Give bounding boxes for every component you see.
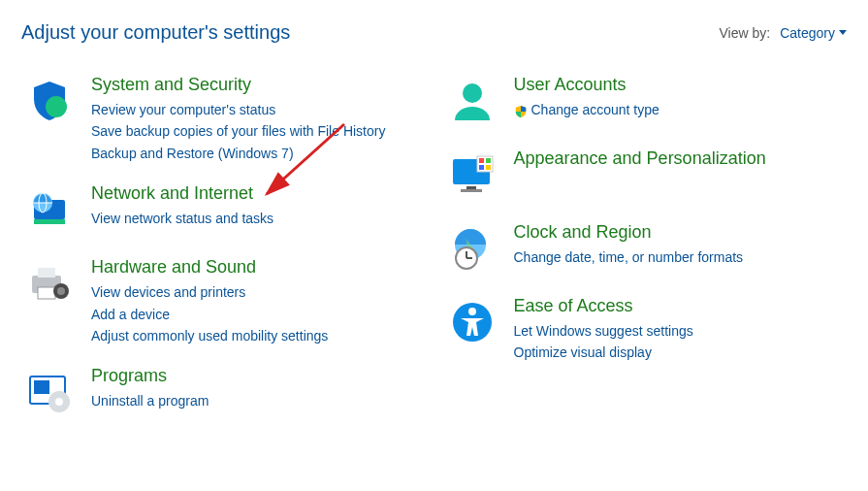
svg-rect-8 <box>38 287 55 299</box>
category-hardware-sound: Hardware and Sound View devices and prin… <box>21 255 425 346</box>
svg-rect-23 <box>486 165 491 170</box>
category-title-appearance[interactable]: Appearance and Personalization <box>514 148 766 169</box>
category-title-hardware[interactable]: Hardware and Sound <box>91 257 328 278</box>
link-change-account-type[interactable]: Change account type <box>514 99 659 120</box>
svg-point-15 <box>463 83 482 103</box>
category-title-system[interactable]: System and Security <box>91 75 385 95</box>
category-system-security: System and Security Review your computer… <box>21 73 425 164</box>
link-backup-restore[interactable]: Backup and Restore (Windows 7) <box>91 143 385 164</box>
link-file-history[interactable]: Save backup copies of your files with Fi… <box>91 120 385 142</box>
link-optimize-display[interactable]: Optimize visual display <box>514 342 693 363</box>
chevron-down-icon <box>839 30 847 35</box>
svg-rect-21 <box>486 158 491 163</box>
monitor-appearance-icon <box>444 147 500 203</box>
svg-point-29 <box>468 308 476 315</box>
category-title-ease[interactable]: Ease of Access <box>514 296 693 316</box>
accessibility-icon <box>444 294 500 350</box>
link-network-status[interactable]: View network status and tasks <box>91 208 273 229</box>
svg-rect-17 <box>466 186 476 189</box>
page-title: Adjust your computer's settings <box>21 21 290 44</box>
svg-rect-7 <box>38 268 55 278</box>
category-title-programs[interactable]: Programs <box>91 366 209 386</box>
printer-icon <box>21 255 78 311</box>
user-icon <box>444 73 500 129</box>
svg-rect-22 <box>479 165 484 170</box>
svg-rect-12 <box>34 380 49 394</box>
category-user-accounts: User Accounts Change account type <box>444 73 848 129</box>
category-ease-of-access: Ease of Access Let Windows suggest setti… <box>444 294 848 364</box>
view-by-dropdown[interactable]: Category <box>780 25 847 41</box>
view-by-value: Category <box>780 25 835 41</box>
category-clock-region: Clock and Region Change date, time, or n… <box>444 220 848 277</box>
view-by-label: View by: <box>720 25 771 41</box>
link-uninstall-program[interactable]: Uninstall a program <box>91 390 209 411</box>
programs-icon <box>21 364 78 420</box>
svg-point-10 <box>57 287 65 295</box>
link-suggest-settings[interactable]: Let Windows suggest settings <box>514 320 693 342</box>
category-appearance: Appearance and Personalization <box>444 147 848 203</box>
category-network-internet: Network and Internet View network status… <box>21 181 425 238</box>
link-devices-printers[interactable]: View devices and printers <box>91 281 328 303</box>
view-by-selector: View by: Category <box>720 25 847 41</box>
category-programs: Programs Uninstall a program <box>21 364 425 420</box>
globe-network-icon <box>21 181 78 238</box>
svg-rect-18 <box>461 189 482 192</box>
link-date-time-formats[interactable]: Change date, time, or number formats <box>514 246 744 268</box>
category-title-users[interactable]: User Accounts <box>514 75 659 95</box>
svg-point-14 <box>55 398 63 406</box>
svg-rect-20 <box>479 158 484 163</box>
category-title-network[interactable]: Network and Internet <box>91 183 273 204</box>
link-review-status[interactable]: Review your computer's status <box>91 99 385 120</box>
shield-icon <box>21 73 78 129</box>
svg-rect-2 <box>34 219 65 224</box>
link-mobility-settings[interactable]: Adjust commonly used mobility settings <box>91 325 328 346</box>
category-title-clock[interactable]: Clock and Region <box>514 222 744 243</box>
link-text: Change account type <box>531 99 659 120</box>
svg-point-0 <box>46 96 67 117</box>
link-add-device[interactable]: Add a device <box>91 304 328 325</box>
clock-globe-icon <box>444 220 500 277</box>
uac-shield-icon <box>514 103 528 116</box>
